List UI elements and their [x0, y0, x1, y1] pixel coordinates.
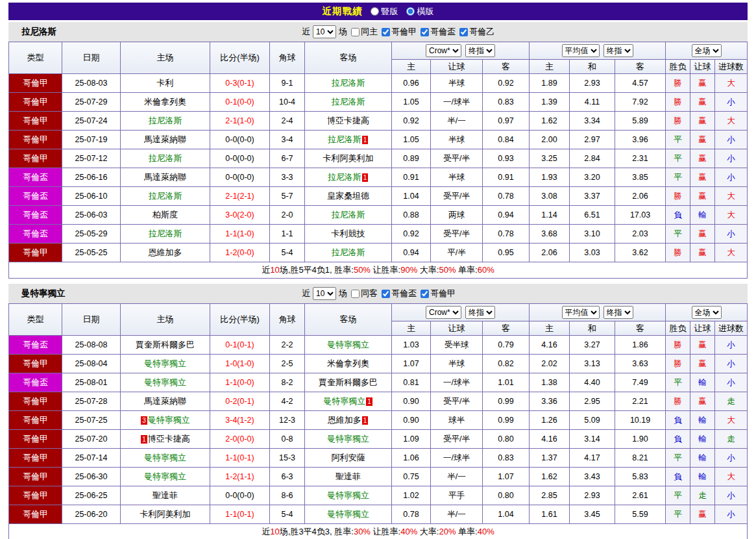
match-count-select[interactable]: 10 — [313, 25, 336, 38]
top-bar: 近期戰績 豎版 橫版 — [8, 3, 748, 20]
avg-home-odds: 3.36 — [530, 392, 570, 411]
filter-checkbox-同客[interactable]: 同客 — [351, 288, 378, 299]
match-date: 25-07-25 — [62, 411, 121, 430]
view-mode-vertical-radio[interactable] — [371, 7, 379, 16]
match-count-select[interactable]: 10 — [313, 287, 336, 300]
filter-checkbox-input[interactable] — [421, 290, 429, 298]
index-type-select[interactable]: 终指 — [604, 306, 633, 319]
home-team-cell: 馬達萊納聯 — [121, 168, 210, 187]
away-odds: 1.04 — [483, 505, 530, 524]
handicap-line: 受平/半 — [431, 225, 483, 244]
match-score: 0-1(0-1) — [210, 336, 270, 355]
filter-checkbox-同主[interactable]: 同主 — [351, 26, 378, 38]
avg-draw-odds: 5.09 — [570, 411, 615, 430]
home-odds: 0.75 — [392, 468, 431, 486]
match-row: 哥倫甲25-07-29米倫拿列奧0-1(0-0)10-4拉尼洛斯1.05一/球半… — [9, 93, 748, 112]
match-row: 哥倫盃25-08-08賈奎斯科爾多巴0-1(0-1)2-2曼特寧獨立1.03受半… — [9, 336, 748, 355]
team-section-header: 拉尼洛斯近10场同主哥倫甲哥倫盃哥倫乙 — [8, 22, 748, 42]
average-select[interactable]: 平均值 — [562, 306, 600, 319]
index-type-select[interactable]: 终指 — [604, 44, 633, 57]
view-mode-horizontal[interactable]: 橫版 — [406, 6, 434, 18]
match-date: 25-07-12 — [62, 149, 121, 168]
home-odds: 0.94 — [392, 244, 431, 262]
filter-checkbox-哥倫乙[interactable]: 哥倫乙 — [459, 26, 494, 38]
away-odds: 0.79 — [483, 336, 530, 355]
home-odds: 0.81 — [392, 373, 431, 392]
avg-draw-odds: 2.95 — [570, 392, 615, 411]
corner-count: 2-4 — [270, 112, 305, 131]
bookmaker-select[interactable]: Crow* — [426, 44, 461, 57]
away-odds: 0.92 — [483, 74, 530, 93]
match-row: 哥倫盃25-06-10拉尼洛斯2-1(2-1)5-7皇家桑坦德1.04受平/半0… — [9, 187, 748, 206]
index-type-select[interactable]: 终指 — [465, 306, 495, 319]
away-team-cell: 賈奎斯科爾多巴 — [305, 373, 392, 392]
red-card-badge: 3 — [141, 416, 147, 425]
red-card-badge: 1 — [362, 136, 369, 144]
away-team: 曼特寧獨立 — [327, 340, 369, 349]
filter-checkbox-label: 哥倫甲 — [430, 288, 456, 299]
scope-select[interactable]: 全场 — [692, 44, 722, 57]
away-team-cell: 拉尼洛斯 — [305, 74, 392, 93]
match-date: 25-08-04 — [62, 355, 121, 373]
filter-checkbox-input[interactable] — [382, 290, 390, 298]
away-team-cell: 曼特寧獨立1 — [305, 392, 392, 411]
corner-count: 2-0 — [270, 206, 305, 225]
home-odds: 1.02 — [392, 486, 431, 505]
view-mode-vertical[interactable]: 豎版 — [371, 6, 398, 18]
filter-checkbox-label: 同客 — [361, 288, 378, 299]
filter-checkbox-label: 哥倫盃 — [391, 288, 417, 299]
avg-draw-odds: 4.11 — [570, 93, 615, 112]
filter-checkbox-input[interactable] — [351, 28, 360, 36]
handicap-line: 半球 — [431, 168, 483, 187]
away-team-cell: 恩維加多1 — [305, 411, 392, 430]
home-team-cell: 曼特寧獨立 — [121, 449, 210, 468]
avg-away-odds: 3.62 — [615, 244, 666, 262]
team-name: 曼特寧獨立 — [8, 288, 302, 299]
home-odds: 0.88 — [392, 206, 431, 225]
avg-draw-odds: 6.51 — [570, 206, 615, 225]
view-mode-horizontal-radio[interactable] — [406, 7, 415, 16]
avg-draw-odds: 2.93 — [570, 74, 615, 93]
summary-cell: 近10场,胜3平4负3, 胜率:30% 让胜率:40% 大率:20% 单率:40… — [9, 524, 748, 539]
sub-column-header: 客 — [615, 60, 666, 74]
home-team-cell: 柏斯度 — [121, 206, 210, 225]
home-odds: 0.92 — [392, 225, 431, 244]
filter-checkbox-input[interactable] — [421, 28, 429, 36]
home-team: 拉尼洛斯 — [149, 229, 182, 238]
summary-segment: 大率: — [417, 527, 439, 536]
home-odds: 1.07 — [392, 355, 431, 373]
sub-column-header: 让球 — [431, 60, 483, 74]
sub-column-header: 主 — [392, 321, 431, 336]
league-badge: 哥倫甲 — [9, 411, 62, 430]
filter-checkbox-input[interactable] — [351, 290, 360, 298]
filter-checkbox-哥倫甲[interactable]: 哥倫甲 — [382, 26, 417, 38]
avg-draw-odds: 4.17 — [570, 449, 615, 468]
corner-count: 0-8 — [270, 430, 305, 449]
filter-checkbox-哥倫甲[interactable]: 哥倫甲 — [421, 288, 456, 299]
sub-column-header: 和 — [570, 321, 615, 336]
avg-draw-odds: 2.84 — [570, 149, 615, 168]
corner-count: 6-7 — [270, 149, 305, 168]
filter-checkbox-哥倫盃[interactable]: 哥倫盃 — [421, 26, 456, 38]
column-header-corner: 角球 — [270, 304, 305, 336]
avg-away-odds: 1.90 — [615, 430, 666, 449]
sub-column-header: 和 — [570, 60, 615, 74]
average-select[interactable]: 平均值 — [562, 44, 600, 57]
home-team-cell: 卡利 — [121, 74, 210, 93]
away-team: 賈奎斯科爾多巴 — [319, 377, 378, 387]
match-score: 1-1(0-0) — [210, 373, 270, 392]
match-score: 1-1(0-1) — [210, 449, 270, 468]
home-team: 卡利 — [157, 78, 174, 88]
bookmaker-select[interactable]: Crow* — [426, 306, 461, 319]
filter-checkbox-哥倫盃[interactable]: 哥倫盃 — [382, 288, 417, 299]
away-team: 拉尼洛斯 — [332, 247, 365, 257]
filter-checkbox-input[interactable] — [382, 28, 390, 36]
index-type-select[interactable]: 终指 — [465, 44, 495, 57]
scope-select[interactable]: 全场 — [692, 306, 722, 319]
result-goals: 大 — [715, 411, 748, 430]
match-row: 哥倫甲25-08-04曼特寧獨立1-0(1-0)2-5米倫拿列奧1.07半球0.… — [9, 355, 748, 373]
result-goals: 大 — [715, 112, 748, 131]
home-odds: 0.96 — [392, 74, 431, 93]
filter-checkbox-input[interactable] — [459, 28, 468, 36]
away-team: 聖達菲 — [335, 471, 361, 481]
